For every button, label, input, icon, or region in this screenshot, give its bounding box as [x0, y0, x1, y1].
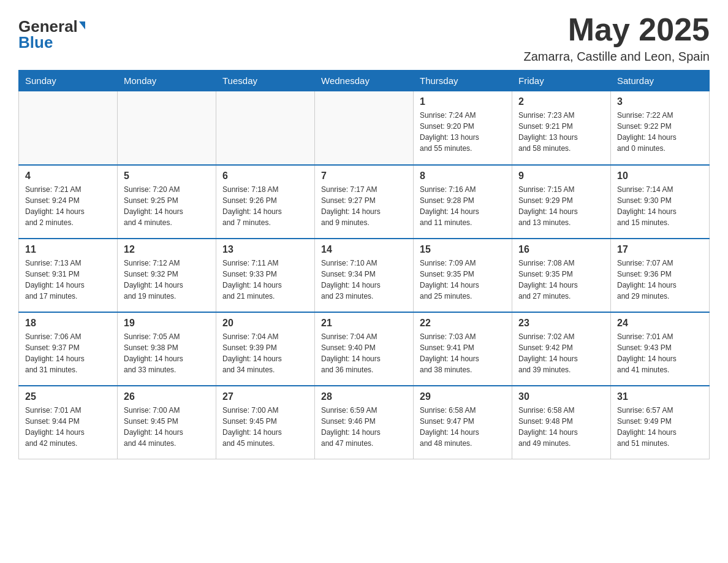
- calendar-cell: 25Sunrise: 7:01 AM Sunset: 9:44 PM Dayli…: [19, 386, 118, 459]
- day-info: Sunrise: 7:02 AM Sunset: 9:42 PM Dayligh…: [518, 331, 604, 375]
- logo-arrow-icon: [79, 21, 85, 29]
- logo-blue-text: Blue: [18, 34, 53, 50]
- day-info: Sunrise: 7:05 AM Sunset: 9:38 PM Dayligh…: [124, 331, 210, 375]
- calendar-cell: 1Sunrise: 7:24 AM Sunset: 9:20 PM Daylig…: [414, 91, 512, 165]
- day-info: Sunrise: 7:17 AM Sunset: 9:27 PM Dayligh…: [321, 184, 407, 228]
- day-info: Sunrise: 7:16 AM Sunset: 9:28 PM Dayligh…: [420, 184, 506, 228]
- calendar-cell: 27Sunrise: 7:00 AM Sunset: 9:45 PM Dayli…: [216, 386, 315, 459]
- day-number: 30: [518, 391, 604, 402]
- day-info: Sunrise: 7:07 AM Sunset: 9:36 PM Dayligh…: [617, 258, 703, 302]
- day-info: Sunrise: 7:14 AM Sunset: 9:30 PM Dayligh…: [617, 184, 703, 228]
- day-number: 28: [321, 391, 407, 402]
- day-info: Sunrise: 7:13 AM Sunset: 9:31 PM Dayligh…: [25, 258, 111, 302]
- day-info: Sunrise: 7:24 AM Sunset: 9:20 PM Dayligh…: [420, 110, 506, 154]
- calendar-cell: 11Sunrise: 7:13 AM Sunset: 9:31 PM Dayli…: [19, 239, 118, 312]
- calendar-cell: 19Sunrise: 7:05 AM Sunset: 9:38 PM Dayli…: [118, 312, 216, 386]
- calendar-cell: 17Sunrise: 7:07 AM Sunset: 9:36 PM Dayli…: [611, 239, 710, 312]
- day-info: Sunrise: 7:09 AM Sunset: 9:35 PM Dayligh…: [420, 258, 506, 302]
- day-number: 1: [420, 96, 506, 107]
- day-number: 6: [222, 170, 308, 182]
- calendar-cell: 20Sunrise: 7:04 AM Sunset: 9:39 PM Dayli…: [216, 312, 315, 386]
- day-info: Sunrise: 7:04 AM Sunset: 9:40 PM Dayligh…: [321, 331, 407, 375]
- day-number: 25: [25, 391, 111, 402]
- calendar-header-wednesday: Wednesday: [315, 71, 414, 91]
- day-info: Sunrise: 7:10 AM Sunset: 9:34 PM Dayligh…: [321, 258, 407, 302]
- calendar-header-row: SundayMondayTuesdayWednesdayThursdayFrid…: [19, 71, 710, 91]
- day-info: Sunrise: 7:03 AM Sunset: 9:41 PM Dayligh…: [420, 331, 506, 375]
- calendar-week-row: 18Sunrise: 7:06 AM Sunset: 9:37 PM Dayli…: [19, 312, 710, 386]
- calendar-cell: 23Sunrise: 7:02 AM Sunset: 9:42 PM Dayli…: [512, 312, 611, 386]
- day-number: 24: [617, 318, 703, 329]
- day-info: Sunrise: 7:12 AM Sunset: 9:32 PM Dayligh…: [124, 258, 210, 302]
- day-info: Sunrise: 7:00 AM Sunset: 9:45 PM Dayligh…: [222, 405, 308, 449]
- day-info: Sunrise: 7:21 AM Sunset: 9:24 PM Dayligh…: [25, 184, 111, 228]
- day-number: 11: [25, 244, 111, 255]
- day-number: 12: [124, 244, 210, 255]
- day-number: 2: [518, 96, 604, 107]
- day-number: 31: [617, 391, 703, 402]
- day-info: Sunrise: 7:18 AM Sunset: 9:26 PM Dayligh…: [222, 184, 308, 228]
- calendar-cell: 12Sunrise: 7:12 AM Sunset: 9:32 PM Dayli…: [118, 239, 216, 312]
- logo-general-text: General: [18, 18, 78, 34]
- calendar-cell: 13Sunrise: 7:11 AM Sunset: 9:33 PM Dayli…: [216, 239, 315, 312]
- calendar-cell: 22Sunrise: 7:03 AM Sunset: 9:41 PM Dayli…: [414, 312, 512, 386]
- day-number: 16: [518, 244, 604, 255]
- calendar-cell: 18Sunrise: 7:06 AM Sunset: 9:37 PM Dayli…: [19, 312, 118, 386]
- day-number: 15: [420, 244, 506, 255]
- calendar-cell: 3Sunrise: 7:22 AM Sunset: 9:22 PM Daylig…: [611, 91, 710, 165]
- calendar-table: SundayMondayTuesdayWednesdayThursdayFrid…: [18, 70, 710, 459]
- day-info: Sunrise: 7:11 AM Sunset: 9:33 PM Dayligh…: [222, 258, 308, 302]
- location-subtitle: Zamarra, Castille and Leon, Spain: [524, 50, 710, 64]
- day-info: Sunrise: 6:59 AM Sunset: 9:46 PM Dayligh…: [321, 405, 407, 449]
- day-info: Sunrise: 7:01 AM Sunset: 9:43 PM Dayligh…: [617, 331, 703, 375]
- day-info: Sunrise: 6:58 AM Sunset: 9:47 PM Dayligh…: [420, 405, 506, 449]
- calendar-header-saturday: Saturday: [611, 71, 710, 91]
- day-number: 26: [124, 391, 210, 402]
- calendar-week-row: 11Sunrise: 7:13 AM Sunset: 9:31 PM Dayli…: [19, 239, 710, 312]
- calendar-cell: 2Sunrise: 7:23 AM Sunset: 9:21 PM Daylig…: [512, 91, 611, 165]
- day-info: Sunrise: 6:57 AM Sunset: 9:49 PM Dayligh…: [617, 405, 703, 449]
- calendar-header-monday: Monday: [118, 71, 216, 91]
- calendar-cell: 14Sunrise: 7:10 AM Sunset: 9:34 PM Dayli…: [315, 239, 414, 312]
- calendar-cell: 4Sunrise: 7:21 AM Sunset: 9:24 PM Daylig…: [19, 165, 118, 239]
- day-number: 5: [124, 170, 210, 182]
- day-info: Sunrise: 7:06 AM Sunset: 9:37 PM Dayligh…: [25, 331, 111, 375]
- day-number: 7: [321, 170, 407, 182]
- day-number: 19: [124, 318, 210, 329]
- calendar-cell: 16Sunrise: 7:08 AM Sunset: 9:35 PM Dayli…: [512, 239, 611, 312]
- day-number: 23: [518, 318, 604, 329]
- day-number: 20: [222, 318, 308, 329]
- day-number: 29: [420, 391, 506, 402]
- calendar-week-row: 25Sunrise: 7:01 AM Sunset: 9:44 PM Dayli…: [19, 386, 710, 459]
- calendar-cell: 30Sunrise: 6:58 AM Sunset: 9:48 PM Dayli…: [512, 386, 611, 459]
- day-number: 9: [518, 170, 604, 182]
- day-number: 13: [222, 244, 308, 255]
- calendar-cell: 26Sunrise: 7:00 AM Sunset: 9:45 PM Dayli…: [118, 386, 216, 459]
- title-area: May 2025 Zamarra, Castille and Leon, Spa…: [524, 12, 710, 64]
- day-number: 8: [420, 170, 506, 182]
- calendar-cell: 15Sunrise: 7:09 AM Sunset: 9:35 PM Dayli…: [414, 239, 512, 312]
- day-info: Sunrise: 7:00 AM Sunset: 9:45 PM Dayligh…: [124, 405, 210, 449]
- calendar-cell: 8Sunrise: 7:16 AM Sunset: 9:28 PM Daylig…: [414, 165, 512, 239]
- calendar-cell: [118, 91, 216, 165]
- day-number: 21: [321, 318, 407, 329]
- day-number: 17: [617, 244, 703, 255]
- day-info: Sunrise: 7:22 AM Sunset: 9:22 PM Dayligh…: [617, 110, 703, 154]
- calendar-cell: [216, 91, 315, 165]
- calendar-header-thursday: Thursday: [414, 71, 512, 91]
- calendar-cell: [315, 91, 414, 165]
- day-info: Sunrise: 7:15 AM Sunset: 9:29 PM Dayligh…: [518, 184, 604, 228]
- calendar-header-friday: Friday: [512, 71, 611, 91]
- calendar-cell: 6Sunrise: 7:18 AM Sunset: 9:26 PM Daylig…: [216, 165, 315, 239]
- day-info: Sunrise: 7:04 AM Sunset: 9:39 PM Dayligh…: [222, 331, 308, 375]
- calendar-cell: 5Sunrise: 7:20 AM Sunset: 9:25 PM Daylig…: [118, 165, 216, 239]
- day-info: Sunrise: 7:08 AM Sunset: 9:35 PM Dayligh…: [518, 258, 604, 302]
- day-info: Sunrise: 6:58 AM Sunset: 9:48 PM Dayligh…: [518, 405, 604, 449]
- calendar-cell: 9Sunrise: 7:15 AM Sunset: 9:29 PM Daylig…: [512, 165, 611, 239]
- calendar-cell: 28Sunrise: 6:59 AM Sunset: 9:46 PM Dayli…: [315, 386, 414, 459]
- day-number: 22: [420, 318, 506, 329]
- day-info: Sunrise: 7:23 AM Sunset: 9:21 PM Dayligh…: [518, 110, 604, 154]
- calendar-header-sunday: Sunday: [19, 71, 118, 91]
- day-number: 3: [617, 96, 703, 107]
- day-number: 10: [617, 170, 703, 182]
